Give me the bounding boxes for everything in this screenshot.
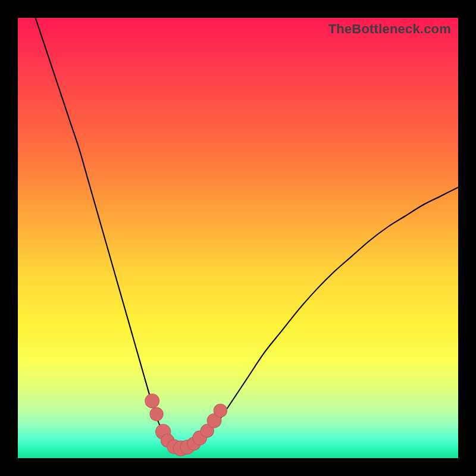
bottleneck-plot — [18, 18, 458, 458]
curve-marker — [214, 404, 227, 417]
chart-frame: TheBottleneck.com — [18, 18, 458, 458]
curve-marker — [193, 431, 207, 445]
curve-marker — [167, 440, 181, 454]
curve-marker — [173, 441, 188, 456]
bottleneck-curve-line — [36, 18, 458, 449]
curve-marker — [201, 424, 214, 437]
curve-marker — [207, 414, 221, 428]
curve-marker — [187, 437, 201, 450]
curve-marker — [150, 408, 163, 421]
curve-marker — [145, 394, 159, 408]
watermark-text: TheBottleneck.com — [328, 21, 451, 37]
curve-marker — [161, 434, 174, 447]
curve-marker — [156, 424, 171, 439]
marker-group — [145, 394, 227, 456]
curve-marker — [180, 440, 195, 455]
